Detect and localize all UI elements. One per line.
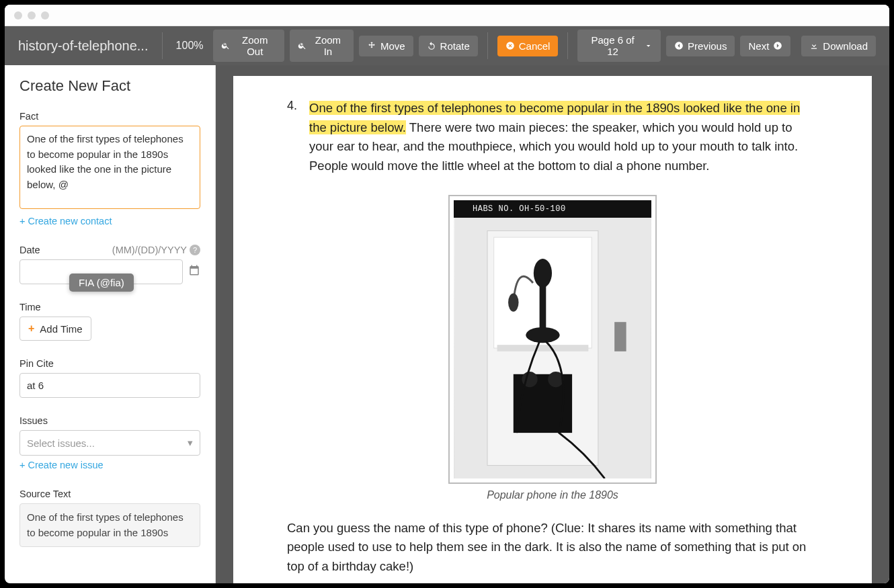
issues-label: Issues — [19, 415, 200, 426]
next-button[interactable]: Next — [740, 36, 790, 56]
svg-point-8 — [526, 327, 559, 343]
move-button[interactable]: Move — [359, 36, 413, 56]
question-paragraph: Can you guess the name of this type of p… — [287, 519, 818, 577]
mention-suggestion[interactable]: FIA (@fia) — [69, 274, 134, 292]
document-title: history-of-telephone... — [18, 38, 153, 54]
rotate-label: Rotate — [440, 40, 470, 52]
zoom-in-icon — [298, 41, 307, 50]
figure-caption: Popular phone in the 1890s — [448, 489, 657, 501]
zoom-in-label: Zoom In — [311, 34, 346, 57]
cancel-icon — [505, 41, 515, 50]
telephone-illustration — [454, 218, 651, 478]
paragraph-1: One of the first types of telephones to … — [309, 99, 818, 176]
fact-sidebar: Create New Fact Fact FIA (@fia) + Create… — [5, 65, 216, 583]
fact-textarea[interactable] — [19, 126, 200, 209]
next-label: Next — [748, 40, 769, 52]
cancel-button[interactable]: Cancel — [497, 36, 559, 56]
maximize-window-icon[interactable] — [41, 11, 49, 19]
date-hint-text: (MM)/(DD)/YYYY — [112, 245, 187, 255]
calendar-icon[interactable] — [188, 264, 200, 280]
close-window-icon[interactable] — [14, 11, 22, 19]
svg-rect-5 — [497, 345, 589, 351]
zoom-out-label: Zoom Out — [234, 34, 276, 57]
document-page: 4. One of the first types of telephones … — [233, 76, 872, 583]
download-button[interactable]: Download — [801, 36, 876, 56]
time-label: Time — [19, 302, 200, 312]
source-text-label: Source Text — [19, 489, 200, 499]
zoom-percentage: 100% — [176, 40, 204, 52]
svg-rect-7 — [540, 283, 546, 329]
date-label: Date — [19, 245, 40, 255]
zoom-out-icon — [221, 41, 230, 50]
pincite-input[interactable] — [19, 373, 200, 398]
move-icon — [367, 41, 376, 50]
divider — [567, 32, 568, 59]
window-titlebar — [5, 5, 889, 26]
page-selector[interactable]: Page 6 of 12 — [577, 30, 661, 62]
zoom-in-button[interactable]: Zoom In — [290, 30, 354, 62]
pincite-label: Pin Cite — [19, 358, 200, 369]
zoom-out-button[interactable]: Zoom Out — [213, 30, 284, 62]
rotate-icon — [427, 41, 436, 50]
help-icon[interactable]: ? — [190, 245, 200, 255]
list-number: 4. — [287, 99, 297, 113]
page-label: Page 6 of 12 — [585, 34, 639, 57]
figure: HABS NO. OH-50-100 — [448, 195, 657, 501]
chevron-down-icon: ▾ — [188, 437, 193, 449]
date-hint: (MM)/(DD)/YYYY ? — [112, 245, 200, 255]
chevron-down-icon — [644, 41, 653, 50]
add-time-button[interactable]: + Add Time — [19, 317, 91, 341]
issues-select[interactable]: Select issues... ▾ — [19, 430, 200, 456]
panel-title: Create New Fact — [19, 77, 200, 95]
plus-icon: + — [28, 323, 34, 335]
toolbar: history-of-telephone... 100% Zoom Out Zo… — [5, 26, 889, 65]
create-issue-link[interactable]: + Create new issue — [19, 460, 104, 470]
document-viewer[interactable]: 4. One of the first types of telephones … — [216, 65, 889, 583]
add-time-label: Add Time — [40, 323, 82, 335]
film-strip-label: HABS NO. OH-50-100 — [454, 200, 651, 218]
cancel-label: Cancel — [519, 40, 551, 52]
source-text-display: One of the first types of telephones to … — [19, 503, 200, 547]
svg-point-9 — [508, 293, 519, 311]
rotate-button[interactable]: Rotate — [419, 36, 478, 56]
move-label: Move — [380, 40, 405, 52]
minimize-window-icon[interactable] — [28, 11, 36, 19]
previous-label: Previous — [688, 40, 727, 52]
fact-label: Fact — [19, 111, 200, 122]
create-contact-link[interactable]: + Create new contact — [19, 216, 112, 226]
download-label: Download — [823, 40, 868, 52]
divider — [487, 32, 488, 59]
divider — [162, 32, 163, 59]
download-icon — [809, 41, 819, 50]
content-area: Create New Fact Fact FIA (@fia) + Create… — [5, 65, 889, 583]
previous-button[interactable]: Previous — [666, 36, 735, 56]
arrow-left-icon — [674, 41, 684, 50]
issues-placeholder: Select issues... — [27, 437, 95, 449]
svg-rect-13 — [614, 322, 626, 351]
arrow-right-icon — [773, 41, 782, 50]
app-window: history-of-telephone... 100% Zoom Out Zo… — [5, 5, 889, 583]
telephone-photo: HABS NO. OH-50-100 — [448, 195, 657, 484]
